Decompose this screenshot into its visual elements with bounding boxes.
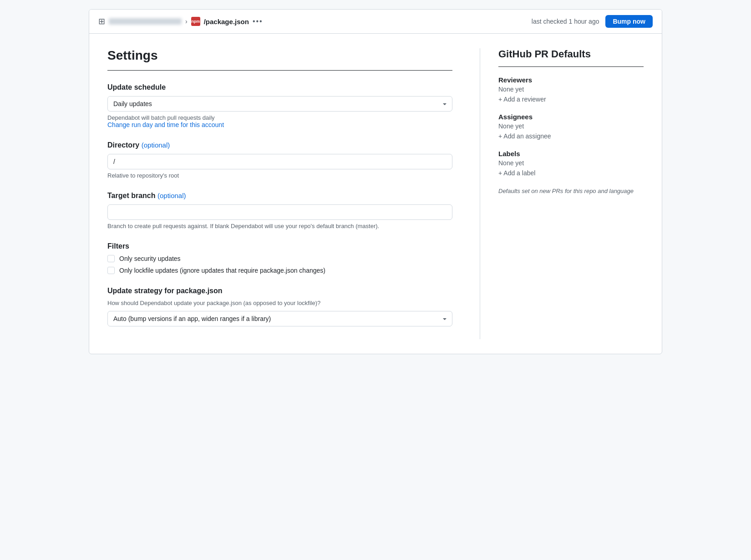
update-strategy-helper: How should Dependabot update your packag… bbox=[107, 300, 452, 306]
change-run-day-link[interactable]: Change run day and time for this account bbox=[107, 121, 224, 128]
github-pr-defaults-title: GitHub PR Defaults bbox=[498, 48, 644, 60]
update-schedule-select[interactable]: Daily updates Weekly updates Monthly upd… bbox=[107, 96, 452, 112]
labels-section: Labels None yet + Add a label bbox=[498, 150, 644, 177]
target-branch-helper: Branch to create pull requests against. … bbox=[107, 223, 452, 229]
settings-title: Settings bbox=[107, 48, 452, 63]
reviewers-value: None yet bbox=[498, 86, 644, 93]
bump-now-button[interactable]: Bump now bbox=[605, 15, 653, 28]
reviewers-label: Reviewers bbox=[498, 76, 644, 84]
header-actions: last checked 1 hour ago Bump now bbox=[532, 15, 653, 28]
update-schedule-section: Update schedule Daily updates Weekly upd… bbox=[107, 83, 452, 128]
repo-icon: ⊞ bbox=[98, 16, 105, 26]
more-options-icon[interactable]: ••• bbox=[253, 17, 263, 25]
assignees-label: Assignees bbox=[498, 113, 644, 121]
breadcrumb: ⊞ › npm /package.json ••• bbox=[98, 16, 263, 26]
target-branch-label: Target branch (optional) bbox=[107, 192, 452, 200]
target-branch-section: Target branch (optional) Branch to creat… bbox=[107, 192, 452, 229]
target-branch-input[interactable] bbox=[107, 204, 452, 220]
update-strategy-section: Update strategy for package.json How sho… bbox=[107, 287, 452, 326]
last-checked-text: last checked 1 hour ago bbox=[532, 18, 599, 25]
right-divider bbox=[498, 66, 644, 67]
labels-label: Labels bbox=[498, 150, 644, 158]
update-schedule-label: Update schedule bbox=[107, 83, 452, 92]
filters-label: Filters bbox=[107, 242, 452, 250]
security-updates-label: Only security updates bbox=[119, 255, 181, 262]
settings-panel: Settings Update schedule Daily updates W… bbox=[107, 48, 480, 339]
directory-label: Directory (optional) bbox=[107, 141, 452, 149]
lockfile-updates-checkbox[interactable] bbox=[107, 267, 115, 274]
update-strategy-select[interactable]: Auto (bump versions if an app, widen ran… bbox=[107, 311, 452, 326]
update-schedule-helper: Dependabot will batch pull requests dail… bbox=[107, 114, 452, 121]
reviewers-section: Reviewers None yet + Add a reviewer bbox=[498, 76, 644, 103]
pr-defaults-note: Defaults set on new PRs for this repo an… bbox=[498, 187, 644, 196]
add-assignee-link[interactable]: + Add an assignee bbox=[498, 132, 551, 140]
add-label-link[interactable]: + Add a label bbox=[498, 169, 535, 177]
update-strategy-label: Update strategy for package.json bbox=[107, 287, 452, 295]
filters-section: Filters Only security updates Only lockf… bbox=[107, 242, 452, 274]
header-bar: ⊞ › npm /package.json ••• last checked 1… bbox=[89, 10, 662, 34]
lockfile-updates-row: Only lockfile updates (ignore updates th… bbox=[107, 267, 452, 274]
directory-section: Directory (optional) Relative to reposit… bbox=[107, 141, 452, 179]
lockfile-updates-label: Only lockfile updates (ignore updates th… bbox=[119, 267, 325, 274]
security-updates-row: Only security updates bbox=[107, 255, 452, 262]
assignees-section: Assignees None yet + Add an assignee bbox=[498, 113, 644, 140]
directory-input[interactable] bbox=[107, 154, 452, 169]
file-name: /package.json bbox=[204, 18, 249, 25]
add-reviewer-link[interactable]: + Add a reviewer bbox=[498, 96, 546, 103]
breadcrumb-chevron-icon: › bbox=[185, 18, 188, 25]
npm-icon: npm bbox=[191, 17, 200, 26]
title-divider bbox=[107, 70, 452, 71]
security-updates-checkbox[interactable] bbox=[107, 255, 115, 262]
directory-helper: Relative to repository's root bbox=[107, 172, 452, 179]
github-pr-defaults-panel: GitHub PR Defaults Reviewers None yet + … bbox=[480, 48, 644, 339]
assignees-value: None yet bbox=[498, 122, 644, 130]
repo-name-blurred bbox=[109, 18, 182, 25]
main-content: Settings Update schedule Daily updates W… bbox=[89, 34, 662, 354]
labels-value: None yet bbox=[498, 159, 644, 167]
